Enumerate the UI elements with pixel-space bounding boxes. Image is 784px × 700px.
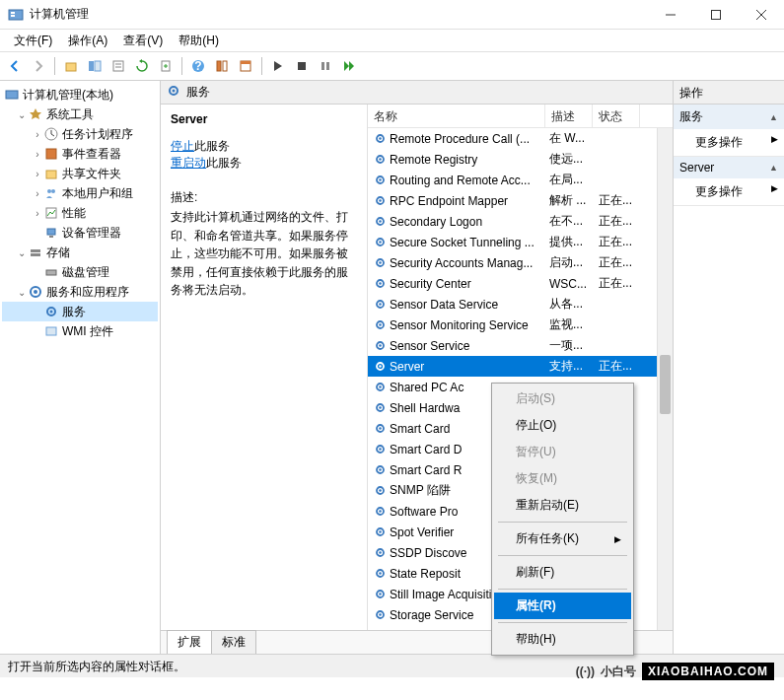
tree-label: 设备管理器 — [62, 225, 121, 242]
refresh-button[interactable] — [131, 55, 153, 77]
tab-extended[interactable]: 扩展 — [167, 630, 212, 654]
tree-wmi[interactable]: WMI 控件 — [2, 321, 158, 341]
service-row[interactable]: Sensor Service一项... — [368, 335, 673, 356]
ctx-properties[interactable]: 属性(R) — [494, 593, 631, 619]
service-desc: 一项... — [549, 337, 599, 354]
forward-button[interactable] — [28, 55, 49, 77]
svg-point-30 — [51, 189, 55, 193]
context-menu: 启动(S) 停止(O) 暂停(U) 恢复(M) 重新启动(E) 所有任务(K)▶… — [491, 383, 634, 656]
service-row[interactable]: Server支持...正在... — [368, 356, 673, 377]
back-button[interactable] — [4, 55, 26, 77]
minimize-button[interactable] — [648, 0, 693, 30]
gear-icon — [372, 463, 388, 476]
service-name: Secondary Logon — [388, 215, 549, 229]
export-button[interactable] — [155, 55, 177, 77]
svg-rect-1 — [11, 12, 15, 14]
vertical-scrollbar[interactable] — [657, 128, 673, 630]
service-row[interactable]: RPC Endpoint Mapper解析 ...正在... — [368, 190, 673, 211]
actions-server-section[interactable]: Server▲ — [674, 157, 784, 178]
tree-services-apps[interactable]: ⌄服务和应用程序 — [2, 282, 158, 302]
service-row[interactable]: Security CenterWSC...正在... — [368, 273, 673, 294]
service-row[interactable]: Routing and Remote Acc...在局... — [368, 170, 673, 190]
service-row[interactable]: Sensor Monitoring Service监视... — [368, 315, 673, 335]
restart-link[interactable]: 重启动 — [171, 156, 206, 170]
actions-more-1[interactable]: 更多操作 ▶ — [674, 129, 784, 156]
tree-disk-management[interactable]: 磁盘管理 — [2, 262, 158, 282]
service-desc: 在 W... — [549, 130, 599, 147]
service-name: Sensor Service — [388, 339, 549, 353]
menu-help[interactable]: 帮助(H) — [171, 31, 227, 51]
tree-device-manager[interactable]: 设备管理器 — [2, 223, 158, 243]
ctx-all-tasks[interactable]: 所有任务(K)▶ — [494, 525, 631, 552]
menu-file[interactable]: 文件(F) — [6, 31, 60, 51]
tree-local-users[interactable]: ›本地用户和组 — [2, 183, 158, 203]
tree-storage[interactable]: ⌄存储 — [2, 243, 158, 262]
scrollbar-thumb[interactable] — [660, 355, 671, 414]
tree-label: 磁盘管理 — [62, 264, 109, 281]
svg-point-73 — [379, 427, 382, 430]
actions-services-section[interactable]: 服务▲ — [674, 105, 784, 129]
col-desc[interactable]: 描述 — [545, 105, 593, 127]
service-desc: 使远... — [549, 151, 599, 168]
svg-point-43 — [173, 90, 176, 93]
column-button-2[interactable] — [235, 55, 256, 77]
properties-button[interactable] — [107, 55, 129, 77]
tree-services[interactable]: 服务 — [2, 302, 158, 321]
play-button[interactable] — [267, 55, 289, 77]
svg-point-87 — [379, 572, 382, 575]
stop-link[interactable]: 停止 — [171, 139, 194, 153]
service-row[interactable]: Secondary Logon在不...正在... — [368, 211, 673, 232]
tab-standard[interactable]: 标准 — [211, 630, 256, 654]
ctx-pause[interactable]: 暂停(U) — [494, 439, 631, 465]
service-row[interactable]: Sensor Data Service从各... — [368, 294, 673, 315]
help-button[interactable]: ? — [187, 55, 209, 77]
service-status: 正在... — [599, 213, 646, 230]
restart-button[interactable] — [338, 55, 360, 77]
svg-point-38 — [34, 290, 37, 294]
svg-point-79 — [379, 489, 382, 492]
col-name[interactable]: 名称 — [368, 105, 545, 127]
tree-task-scheduler[interactable]: ›任务计划程序 — [2, 124, 158, 144]
stop-button[interactable] — [291, 55, 313, 77]
maximize-button[interactable] — [693, 0, 739, 30]
service-desc: 监视... — [549, 316, 599, 333]
ctx-restart[interactable]: 重新启动(E) — [494, 492, 631, 519]
tree-root[interactable]: 计算机管理(本地) — [2, 85, 158, 105]
close-button[interactable] — [739, 0, 784, 30]
svg-point-69 — [379, 385, 382, 388]
service-desc: 支持... — [549, 358, 599, 375]
description-pane: Server 停止此服务 重启动此服务 描述: 支持此计算机通过网络的文件、打印… — [161, 105, 368, 630]
tree-shared-folders[interactable]: ›共享文件夹 — [2, 164, 158, 183]
service-row[interactable]: Remote Registry使远... — [368, 149, 673, 170]
tree-event-viewer[interactable]: ›事件查看器 — [2, 144, 158, 164]
gear-icon — [372, 360, 388, 373]
show-hide-tree-button[interactable] — [84, 55, 106, 77]
service-row[interactable]: Security Accounts Manag...启动...正在... — [368, 252, 673, 273]
ctx-resume[interactable]: 恢复(M) — [494, 465, 631, 492]
ctx-help[interactable]: 帮助(H) — [494, 626, 631, 653]
description-label: 描述: — [171, 189, 357, 206]
service-name: Secure Socket Tunneling ... — [388, 236, 549, 249]
ctx-stop[interactable]: 停止(O) — [494, 412, 631, 439]
menu-action[interactable]: 操作(A) — [60, 31, 115, 51]
service-row[interactable]: Secure Socket Tunneling ...提供...正在... — [368, 232, 673, 252]
ctx-start[interactable]: 启动(S) — [494, 385, 631, 412]
svg-rect-17 — [223, 61, 227, 71]
menu-view[interactable]: 查看(V) — [115, 31, 171, 51]
gear-icon — [372, 588, 388, 600]
gear-icon — [372, 132, 388, 145]
column-button-1[interactable] — [211, 55, 233, 77]
svg-rect-32 — [47, 229, 55, 235]
navigation-tree[interactable]: 计算机管理(本地) ⌄系统工具 ›任务计划程序 ›事件查看器 ›共享文件夹 ›本… — [0, 81, 161, 654]
svg-point-59 — [379, 282, 382, 285]
pause-button[interactable] — [315, 55, 336, 77]
col-status[interactable]: 状态 — [593, 105, 640, 127]
ctx-refresh[interactable]: 刷新(F) — [494, 559, 631, 586]
tree-performance[interactable]: ›性能 — [2, 203, 158, 223]
up-button[interactable] — [60, 55, 82, 77]
tree-system-tools[interactable]: ⌄系统工具 — [2, 105, 158, 124]
submenu-arrow-icon: ▶ — [614, 534, 621, 544]
actions-more-2[interactable]: 更多操作 ▶ — [674, 178, 784, 205]
service-row[interactable]: Remote Procedure Call (...在 W... — [368, 128, 673, 149]
service-name: Sensor Data Service — [388, 298, 549, 312]
